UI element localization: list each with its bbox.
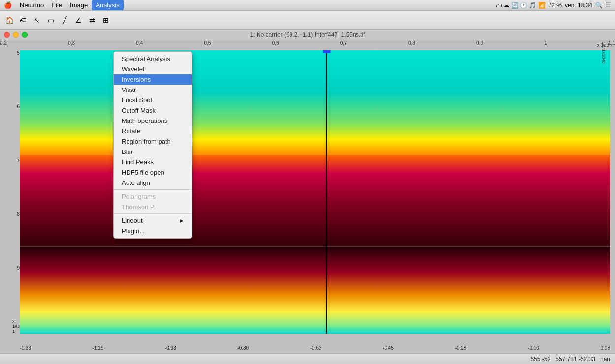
menu-polarigrams: Polarigrams bbox=[114, 191, 192, 202]
cb-0: -1.33 bbox=[20, 345, 31, 351]
menu-visar[interactable]: Visar bbox=[114, 85, 192, 95]
svg-rect-2 bbox=[20, 246, 610, 334]
close-button[interactable] bbox=[4, 32, 10, 38]
y-axis-right: 1171x1040 bbox=[600, 50, 615, 334]
toolbar-rect-icon[interactable]: ▭ bbox=[45, 15, 56, 26]
menu-spectral-analysis[interactable]: Spectral Analysis bbox=[114, 54, 192, 64]
x-label-3: 0,5 bbox=[204, 40, 211, 46]
menu-inversions[interactable]: Inversions bbox=[114, 74, 192, 85]
menu-lineout[interactable]: Lineout ▶ bbox=[114, 215, 192, 226]
x-label-8: 1 bbox=[544, 40, 547, 46]
x-label-7: 0,9 bbox=[476, 40, 483, 46]
file-menu[interactable]: File bbox=[48, 0, 66, 10]
y-axis-left: 5 6 7 8 9 x1e31 bbox=[1, 50, 20, 334]
window-title: 1: No carrier (69.2,−1.1) Interf447_1.55… bbox=[250, 31, 365, 38]
y-tick-7: 7 bbox=[17, 157, 20, 163]
statusbar: 555 -52 557.781 -52.33 nan bbox=[0, 353, 615, 364]
analysis-dropdown-menu: Spectral Analysis Wavelet Inversions Vis… bbox=[113, 51, 192, 239]
y-tick-9: 9 bbox=[17, 265, 20, 271]
menubar-dropbox: 🗃 ☁ 🔄 🕐 🎵 📶 bbox=[496, 2, 546, 9]
menubar-time: ven. 18:34 bbox=[565, 2, 592, 9]
y-tick-6: 6 bbox=[17, 104, 20, 109]
heatmap-svg bbox=[20, 50, 610, 334]
toolbar-angle-icon[interactable]: ∠ bbox=[73, 15, 84, 26]
cb-6: -0.28 bbox=[455, 345, 467, 351]
y-label-side: 1171x1040 bbox=[602, 42, 607, 64]
analysis-menu[interactable]: Analysis bbox=[92, 0, 123, 10]
main-content: 0,2 0,3 0,4 0,5 0,6 0,7 0,8 0,9 1 1,1 x … bbox=[0, 40, 615, 353]
x-label-5: 0,7 bbox=[340, 40, 347, 46]
x-label-4: 0,6 bbox=[272, 40, 279, 46]
menubar-battery: 72 % bbox=[549, 2, 562, 9]
svg-rect-4 bbox=[323, 50, 330, 53]
toolbar-arrow-icon[interactable]: ↖ bbox=[32, 15, 42, 26]
toolbar-home-icon[interactable]: 🏠 bbox=[4, 15, 15, 26]
menubar-right: 🗃 ☁ 🔄 🕐 🎵 📶 72 % ven. 18:34 🔍 ☰ bbox=[496, 2, 615, 9]
cb-5: -0.45 bbox=[383, 345, 394, 351]
statusbar-coords: 555 -52 bbox=[530, 356, 550, 363]
x-label-0: 0,2 bbox=[0, 40, 7, 46]
apple-menu[interactable]: 🍎 bbox=[0, 0, 16, 10]
toolbar-line-icon[interactable]: ╱ bbox=[59, 15, 70, 26]
toolbar-grid-icon[interactable]: ⊞ bbox=[100, 15, 111, 26]
menubar-list-icon[interactable]: ☰ bbox=[606, 2, 611, 9]
cb-3: -0.80 bbox=[237, 345, 249, 351]
menu-cutoff-mask[interactable]: Cutoff Mask bbox=[114, 105, 192, 116]
statusbar-nan: nan bbox=[600, 356, 610, 363]
heatmap[interactable] bbox=[20, 50, 610, 334]
x-label-6: 0,8 bbox=[408, 40, 415, 46]
image-menu[interactable]: Image bbox=[66, 0, 92, 10]
window-titlebar: 1: No carrier (69.2,−1.1) Interf447_1.55… bbox=[0, 30, 615, 40]
colorbar-labels: -1.33 -1.15 -0.98 -0.80 -0.63 -0.45 -0.2… bbox=[20, 345, 610, 351]
menu-bar: 🍎 Neutrino File Image Analysis 🗃 ☁ 🔄 🕐 🎵… bbox=[0, 0, 615, 11]
menu-rotate[interactable]: Rotate bbox=[114, 126, 192, 136]
chart-area: 0,2 0,3 0,4 0,5 0,6 0,7 0,8 0,9 1 1,1 x … bbox=[0, 40, 615, 353]
x-label-1: 0,3 bbox=[68, 40, 75, 46]
menu-hdf5[interactable]: HDF5 file open bbox=[114, 167, 192, 178]
y-tick-8: 8 bbox=[17, 212, 20, 217]
x-label-2: 0,4 bbox=[136, 40, 143, 46]
cb-7: -0.10 bbox=[528, 345, 539, 351]
menu-thomson: Thomson P. bbox=[114, 202, 192, 212]
svg-rect-1 bbox=[20, 155, 610, 247]
cb-8: 0.08 bbox=[601, 345, 610, 351]
y-tick-x1e3: x1e31 bbox=[12, 319, 20, 334]
toolbar: 🏠 🏷 ↖ ▭ ╱ ∠ ⇄ ⊞ bbox=[0, 11, 615, 30]
window-controls bbox=[4, 32, 28, 38]
maximize-button[interactable] bbox=[22, 32, 28, 38]
menubar-search-icon[interactable]: 🔍 bbox=[595, 2, 603, 9]
menu-separator-1 bbox=[114, 189, 192, 190]
statusbar-values: 557.781 -52.33 bbox=[555, 356, 595, 363]
menu-math-operations[interactable]: Math operations bbox=[114, 116, 192, 126]
menu-region-from-path[interactable]: Region from path bbox=[114, 136, 192, 147]
menu-find-peaks[interactable]: Find Peaks bbox=[114, 157, 192, 167]
cb-4: -0.63 bbox=[310, 345, 322, 351]
lineout-arrow-icon: ▶ bbox=[180, 218, 184, 223]
y-tick-5: 5 bbox=[17, 50, 20, 56]
menu-separator-2 bbox=[114, 213, 192, 214]
toolbar-tag-icon[interactable]: 🏷 bbox=[18, 15, 29, 26]
neutrino-menu[interactable]: Neutrino bbox=[16, 0, 48, 10]
cb-1: -1.15 bbox=[92, 345, 103, 351]
apple-icon: 🍎 bbox=[4, 1, 12, 9]
minimize-button[interactable] bbox=[13, 32, 19, 38]
menu-focal-spot[interactable]: Focal Spot bbox=[114, 95, 192, 105]
x-axis-top: 0,2 0,3 0,4 0,5 0,6 0,7 0,8 0,9 1 1,1 bbox=[0, 40, 615, 46]
svg-rect-0 bbox=[20, 50, 610, 155]
toolbar-arrows-icon[interactable]: ⇄ bbox=[87, 15, 97, 26]
menu-auto-align[interactable]: Auto align bbox=[114, 178, 192, 188]
menu-blur[interactable]: Blur bbox=[114, 147, 192, 157]
menu-wavelet[interactable]: Wavelet bbox=[114, 64, 192, 74]
cb-2: -0.98 bbox=[165, 345, 176, 351]
x-label-9: 1,1 bbox=[608, 40, 615, 46]
menu-plugin[interactable]: Plugin... bbox=[114, 226, 192, 236]
